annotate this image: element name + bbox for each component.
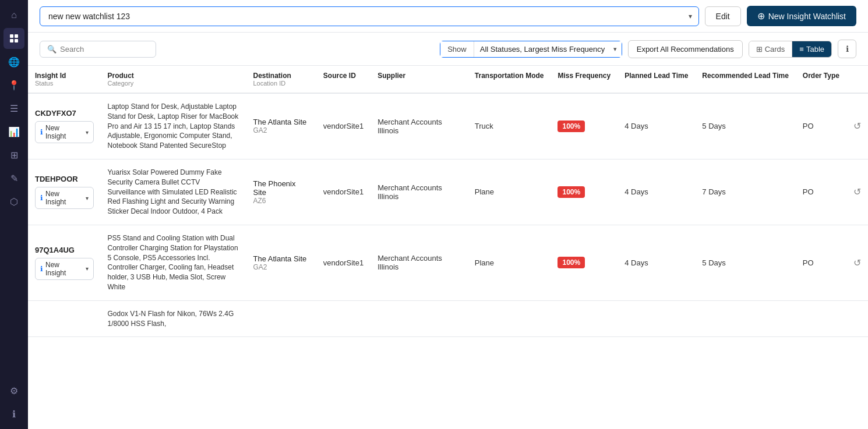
col-supplier: Supplier xyxy=(371,66,468,93)
status-label: New Insight xyxy=(45,190,81,206)
home-icon[interactable]: ⌂ xyxy=(3,5,24,26)
cell-rec-3 xyxy=(695,300,796,337)
cards-view-button[interactable]: ⊞ Cards xyxy=(749,41,793,57)
miss-badge-0: 100% xyxy=(558,120,585,132)
cell-action-1: ↺ xyxy=(846,159,868,225)
topbar: new new watchlist 123 ▾ Edit ⊕ New Insig… xyxy=(28,0,868,33)
cell-source-2: vendorSite1 xyxy=(316,225,371,300)
edit-button[interactable]: Edit xyxy=(705,6,741,26)
table-row: Godox V1-N Flash for Nikon, 76Ws 2.4G 1/… xyxy=(28,300,868,337)
cell-planned-3 xyxy=(618,300,695,337)
svg-rect-3 xyxy=(15,39,18,42)
cell-rec-2: 5 Days xyxy=(695,225,796,300)
cell-planned-0: 4 Days xyxy=(618,93,695,159)
cube-icon[interactable]: ⬡ xyxy=(3,191,24,212)
insights-table: Insight Id Status Product Category Desti… xyxy=(28,66,868,337)
plus-circle-icon: ⊕ xyxy=(757,10,765,22)
cell-miss-2: 100% xyxy=(551,225,618,300)
cell-action-2: ↺ xyxy=(846,225,868,300)
cell-source-0: vendorSite1 xyxy=(316,93,371,159)
col-miss-freq: Miss Frequency xyxy=(551,66,618,93)
col-order-type: Order Type xyxy=(796,66,846,93)
table-header-row: Insight Id Status Product Category Desti… xyxy=(28,66,868,93)
cell-insight-id-2: 97Q1A4UG ℹ New Insight ▾ xyxy=(28,225,101,300)
cell-miss-1: 100% xyxy=(551,159,618,225)
miss-badge-1: 100% xyxy=(558,186,585,198)
cell-insight-id-0: CKDYFXO7 ℹ New Insight ▾ xyxy=(28,93,101,159)
status-label: New Insight xyxy=(45,261,81,277)
cards-icon: ⊞ xyxy=(756,45,763,54)
table-icon: ≡ xyxy=(799,45,804,54)
table-row: CKDYFXO7 ℹ New Insight ▾ Laptop Stand fo… xyxy=(28,93,868,159)
table-view-button[interactable]: ≡ Table xyxy=(792,41,831,57)
list-icon[interactable]: ☰ xyxy=(3,98,24,119)
cell-order-3 xyxy=(796,300,846,337)
status-chevron-icon: ▾ xyxy=(86,129,89,136)
status-chevron-icon: ▾ xyxy=(86,265,89,272)
pin-icon[interactable]: 📍 xyxy=(3,75,24,95)
cell-rec-1: 7 Days xyxy=(695,159,796,225)
cell-supplier-2: Merchant Accounts Illinois xyxy=(371,225,468,300)
cell-action-0: ↺ xyxy=(846,93,868,159)
status-dropdown-0[interactable]: ℹ New Insight ▾ xyxy=(35,121,94,143)
cell-planned-1: 4 Days xyxy=(618,159,695,225)
watchlist-select[interactable]: new new watchlist 123 xyxy=(40,6,699,26)
search-input[interactable] xyxy=(60,45,147,54)
refresh-icon-1[interactable]: ↺ xyxy=(853,187,861,197)
col-source-id: Source ID xyxy=(316,66,371,93)
col-product: Product Category xyxy=(101,66,246,93)
cell-product-1: Yuarisx Solar Powered Dummy Fake Securit… xyxy=(101,159,246,225)
miss-badge-2: 100% xyxy=(558,257,585,268)
info-button[interactable]: ℹ xyxy=(838,40,856,58)
chart-icon[interactable]: 📊 xyxy=(3,121,24,142)
cell-destination-1: The Phoenix Site AZ6 xyxy=(246,159,316,225)
show-filter[interactable]: Show All Statuses, Largest Miss Frequenc… xyxy=(440,41,622,58)
cell-miss-0: 100% xyxy=(551,93,618,159)
cell-product-3: Godox V1-N Flash for Nikon, 76Ws 2.4G 1/… xyxy=(101,300,246,337)
cell-planned-2: 4 Days xyxy=(618,225,695,300)
main-content: new new watchlist 123 ▾ Edit ⊕ New Insig… xyxy=(28,0,868,429)
cell-product-2: PS5 Stand and Cooling Station with Dual … xyxy=(101,225,246,300)
search-icon: 🔍 xyxy=(47,45,57,54)
settings-icon[interactable]: ⚙ xyxy=(3,380,24,401)
col-transport: Transportation Mode xyxy=(468,66,551,93)
cell-source-1: vendorSite1 xyxy=(316,159,371,225)
cell-order-0: PO xyxy=(796,93,846,159)
export-button[interactable]: Export All Recommendations xyxy=(628,40,743,58)
info-icon[interactable]: ℹ xyxy=(3,403,24,424)
cell-action-3 xyxy=(846,300,868,337)
col-actions xyxy=(846,66,868,93)
col-insight-id: Insight Id Status xyxy=(28,66,101,93)
refresh-icon-2[interactable]: ↺ xyxy=(853,258,861,268)
status-info-icon: ℹ xyxy=(40,265,43,273)
watchlist-select-wrapper[interactable]: new new watchlist 123 ▾ xyxy=(40,6,699,26)
search-box[interactable]: 🔍 xyxy=(40,41,156,58)
status-label: New Insight xyxy=(45,124,81,140)
col-planned-lead: Planned Lead Time xyxy=(618,66,695,93)
cell-rec-0: 5 Days xyxy=(695,93,796,159)
cell-supplier-1: Merchant Accounts Illinois xyxy=(371,159,468,225)
status-dropdown-2[interactable]: ℹ New Insight ▾ xyxy=(35,258,94,280)
cell-destination-3 xyxy=(246,300,316,337)
new-insight-watchlist-button[interactable]: ⊕ New Insight Watchlist xyxy=(747,6,856,26)
cell-transport-1: Plane xyxy=(468,159,551,225)
cell-supplier-3 xyxy=(371,300,468,337)
status-dropdown-1[interactable]: ℹ New Insight ▾ xyxy=(35,187,94,209)
status-info-icon: ℹ xyxy=(40,128,43,136)
refresh-icon-0[interactable]: ↺ xyxy=(853,121,861,131)
filter-select[interactable]: All Statuses, Largest Miss Frequency xyxy=(474,41,622,57)
grid-icon[interactable]: ⊞ xyxy=(3,144,24,165)
col-destination: Destination Location ID xyxy=(246,66,316,93)
pen-icon[interactable]: ✎ xyxy=(3,168,24,189)
cell-source-3 xyxy=(316,300,371,337)
cell-miss-3 xyxy=(551,300,618,337)
cell-transport-2: Plane xyxy=(468,225,551,300)
globe-icon[interactable]: 🌐 xyxy=(3,51,24,72)
table-container: Insight Id Status Product Category Desti… xyxy=(28,66,868,429)
insights-icon[interactable] xyxy=(3,28,24,49)
svg-rect-1 xyxy=(15,34,18,38)
col-rec-lead: Recommended Lead Time xyxy=(695,66,796,93)
view-toggle: ⊞ Cards ≡ Table xyxy=(749,41,832,58)
toolbar: 🔍 Show All Statuses, Largest Miss Freque… xyxy=(28,33,868,66)
show-label: Show xyxy=(440,41,474,57)
